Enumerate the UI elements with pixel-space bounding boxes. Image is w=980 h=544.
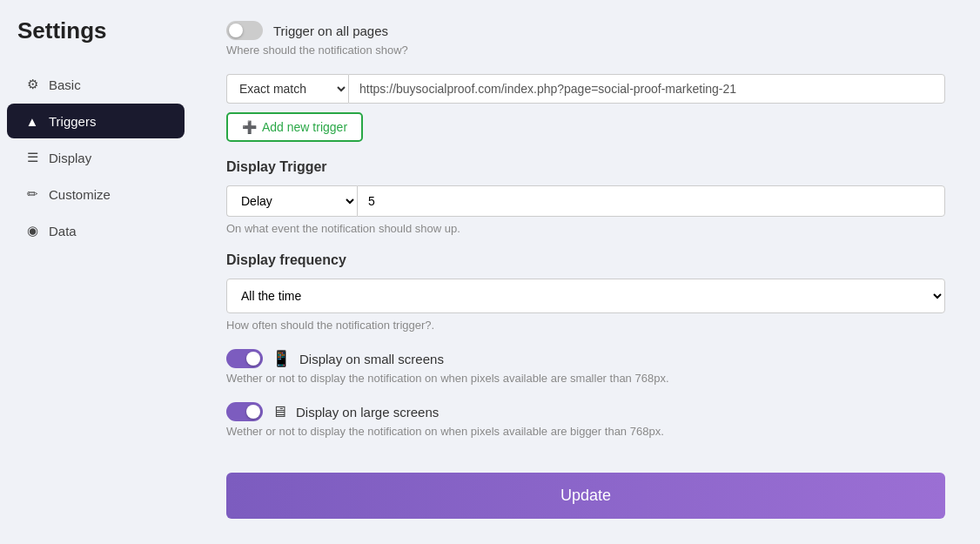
display-trigger-section: Display Trigger Delay Scroll Exit Intent…	[226, 159, 945, 235]
plus-icon: ➕	[242, 120, 257, 134]
display-frequency-section: Display frequency All the time Once per …	[226, 252, 945, 332]
update-button[interactable]: Update	[226, 473, 945, 519]
display-trigger-heading: Display Trigger	[226, 159, 945, 175]
sidebar-item-customize[interactable]: ✏ Customize	[7, 177, 185, 212]
small-screens-hint: Wether or not to display the notificatio…	[226, 372, 945, 385]
data-icon: ◉	[24, 223, 40, 238]
url-row: Exact match Contains Starts with Ends wi…	[226, 74, 945, 104]
display-frequency-heading: Display frequency	[226, 252, 945, 268]
desktop-icon: 🖥	[272, 403, 287, 421]
mobile-icon: 📱	[272, 349, 291, 368]
sidebar-item-display[interactable]: ☰ Display	[7, 140, 185, 175]
sidebar-item-label: Data	[49, 224, 77, 238]
url-match-select[interactable]: Exact match Contains Starts with Ends wi…	[226, 74, 348, 104]
frequency-select[interactable]: All the time Once per session Once per d…	[226, 279, 945, 313]
sidebar-item-triggers[interactable]: ▲ Triggers	[7, 104, 185, 138]
page-title: Settings	[0, 17, 191, 65]
sidebar-item-label: Display	[49, 151, 91, 165]
display-trigger-hint: On what event the notification should sh…	[226, 222, 945, 235]
sidebar: Settings ⚙ Basic ▲ Triggers ☰ Display ✏ …	[0, 0, 191, 544]
delay-type-select[interactable]: Delay Scroll Exit Intent On Click	[226, 185, 357, 217]
large-screens-section: 🖥 Display on large screens Wether or not…	[226, 402, 945, 438]
delay-value-input[interactable]	[357, 185, 945, 217]
display-icon: ☰	[24, 150, 40, 165]
gear-icon: ⚙	[24, 77, 40, 92]
frequency-hint: How often should the notification trigge…	[226, 319, 945, 332]
small-screens-toggle[interactable]	[226, 349, 263, 368]
main-content: Trigger on all pages Where should the no…	[191, 0, 980, 544]
sidebar-item-label: Customize	[49, 187, 111, 202]
triggers-icon: ▲	[24, 113, 40, 129]
sidebar-item-label: Triggers	[49, 114, 96, 129]
update-label: Update	[560, 487, 611, 504]
trigger-all-pages-section: Trigger on all pages Where should the no…	[226, 21, 945, 57]
small-screens-section: 📱 Display on small screens Wether or not…	[226, 349, 945, 385]
trigger-all-pages-toggle[interactable]	[226, 21, 263, 40]
large-screens-toggle[interactable]	[226, 402, 263, 421]
sidebar-item-basic[interactable]: ⚙ Basic	[7, 67, 185, 102]
sidebar-item-data[interactable]: ◉ Data	[7, 213, 185, 248]
small-screens-label: Display on small screens	[299, 352, 444, 366]
add-trigger-button[interactable]: ➕ Add new trigger	[226, 112, 363, 142]
sidebar-item-label: Basic	[49, 77, 81, 92]
trigger-all-pages-hint: Where should the notification show?	[226, 44, 945, 57]
large-screens-label: Display on large screens	[296, 405, 439, 420]
url-input[interactable]	[348, 74, 945, 104]
trigger-all-pages-label: Trigger on all pages	[273, 24, 388, 38]
large-screens-hint: Wether or not to display the notificatio…	[226, 425, 945, 438]
delay-row: Delay Scroll Exit Intent On Click	[226, 185, 945, 217]
add-trigger-label: Add new trigger	[262, 120, 347, 134]
customize-icon: ✏	[24, 186, 40, 202]
